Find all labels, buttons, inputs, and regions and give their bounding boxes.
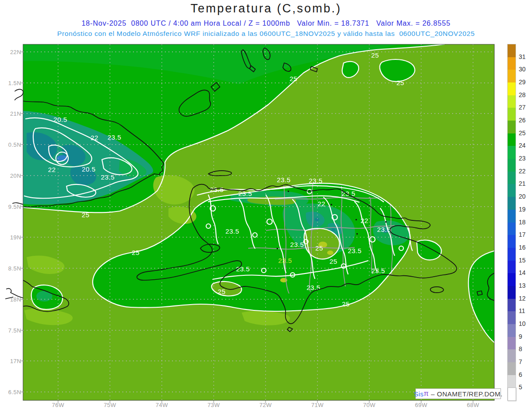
colorbar-swatch	[508, 235, 516, 248]
colorbar-label-23: 23	[519, 155, 526, 162]
colorbar-swatch	[508, 133, 516, 146]
colorbar-swatch	[508, 159, 516, 172]
colorbar-label-7: 7	[519, 358, 522, 365]
colorbar-label-14: 14	[519, 269, 526, 276]
y-axis-label-8.5N: 8.5N	[1, 265, 21, 272]
contour-label-25: 25	[82, 211, 90, 219]
colorbar-label-30: 30	[519, 66, 526, 73]
contour-label-23_5: 23.5	[309, 177, 322, 184]
x-axis-label-74W: 74W	[149, 402, 175, 408]
colorbar-swatch	[508, 146, 516, 159]
colorbar-label-17: 17	[519, 231, 526, 238]
colorbar-label-13: 13	[519, 282, 526, 289]
onamet-label: – ONAMET/REP.DOM.	[429, 390, 502, 398]
y-axis-label-1.5N: 1.5N	[1, 80, 21, 86]
contour-label-25: 25	[396, 79, 404, 86]
contour-label-22: 22	[360, 217, 368, 224]
colorbar-swatch	[508, 311, 516, 324]
colorbar-label-25: 25	[519, 129, 526, 137]
contour-label-23_5: 23.5	[348, 247, 361, 254]
colorbar-swatch	[508, 197, 516, 210]
colorbar-swatch	[508, 121, 516, 133]
contour-label-23_5: 23.5	[341, 190, 355, 197]
x-axis-label-75W: 75W	[97, 402, 123, 408]
colorbar-swatch	[508, 324, 516, 337]
sispi-name-blue: Sis	[414, 390, 423, 398]
x-axis-label-68W: 68W	[460, 402, 486, 408]
contour-label-25: 25	[218, 288, 226, 295]
contour-label-23_5: 23.5	[101, 173, 114, 181]
contour-label-23_5: 23.5	[377, 226, 391, 233]
colorbar-swatch	[508, 95, 516, 108]
contour-label-20_5: 20.5	[82, 165, 95, 173]
colorbar-label-19: 19	[519, 206, 526, 213]
colorbar-label-21: 21	[519, 180, 526, 187]
colorbar-swatch	[508, 286, 516, 299]
colorbar-label-27: 27	[519, 104, 526, 111]
x-axis-label-72W: 72W	[252, 402, 279, 408]
subtitle-model-info: Pronóstico con el Modelo Atmósferico WRF…	[0, 30, 532, 38]
colorbar-swatch	[508, 388, 516, 401]
colorbar-swatch	[508, 108, 516, 121]
colorbar-swatch	[508, 375, 516, 388]
colorbar-swatch	[508, 70, 516, 82]
contour-label-23_5: 23.5	[306, 284, 320, 291]
colorbar-swatch	[508, 362, 516, 375]
subtitle-valid-time: 18-Nov-2025 0800 UTC / 4:00 am Hora Loca…	[0, 20, 532, 27]
contour-label-23_5: 23.5	[371, 267, 385, 274]
colorbar-swatch	[508, 82, 516, 95]
contour-label-23_5: 23.5	[225, 227, 239, 235]
x-axis-label-69W: 69W	[408, 402, 434, 408]
y-axis-label-0.5N: 0.5N	[1, 141, 21, 148]
colorbar-label-24: 24	[519, 142, 526, 149]
colorbar-swatch	[508, 248, 516, 261]
contour-label-23_5: 23.5	[236, 265, 250, 273]
contour-label-23_5: 23.5	[277, 176, 290, 184]
contour-label-23_5: 23.5	[290, 241, 304, 248]
page-title: Temperatura (C,somb.)	[0, 2, 532, 16]
colorbar-label-8: 8	[519, 345, 522, 352]
colorbar-swatch	[508, 349, 516, 362]
colorbar-swatch	[508, 184, 516, 197]
contour-label-25: 25	[329, 258, 337, 265]
contour-label-25: 25	[315, 244, 323, 252]
y-axis-label-9.5N: 9.5N	[1, 204, 21, 210]
contour-label-25: 25	[371, 51, 379, 59]
y-axis-label-20N: 20N	[1, 172, 21, 179]
contour-label-22: 22	[90, 134, 98, 141]
y-axis-label-17N: 17N	[1, 358, 21, 364]
colorbar-label-26: 26	[519, 117, 526, 124]
colorbar-swatch	[508, 261, 516, 274]
colorbar-label-29: 29	[519, 78, 526, 86]
colorbar-label-15: 15	[519, 257, 526, 264]
map-area: 25252525252525252520.52223.52220.523.523…	[23, 44, 496, 400]
y-axis-label-18N: 18N	[1, 296, 21, 303]
contour-label-25: 25	[289, 75, 297, 82]
colorbar-label-16: 16	[519, 244, 526, 251]
colorbar-swatch	[508, 210, 516, 223]
y-axis-label-19N: 19N	[1, 234, 21, 241]
contour-label-25: 25	[342, 300, 350, 308]
y-axis-label-6.5N: 6.5N	[1, 389, 21, 395]
y-axis-label-7.5N: 7.5N	[1, 327, 21, 334]
colorbar-swatch	[508, 57, 516, 70]
contour-label-23_5: 23.5	[278, 257, 292, 264]
colorbar-swatch	[508, 172, 516, 184]
colorbar-label-10: 10	[519, 320, 526, 327]
colorbar-label-28: 28	[519, 91, 526, 98]
colorbar-swatch	[508, 273, 516, 286]
colorbar-swatch	[508, 299, 516, 312]
colorbar-label-12: 12	[519, 295, 526, 302]
contour-label-22: 22	[317, 200, 325, 207]
sispi-branding-box: Sisπ – ONAMET/REP.DOM.	[415, 388, 501, 399]
contour-label-23_5: 23.5	[107, 133, 121, 141]
x-axis-label-73W: 73W	[200, 402, 227, 408]
colorbar-label-9: 9	[519, 333, 522, 340]
map-svg: 25252525252525252520.52223.52220.523.523…	[0, 0, 532, 411]
contour-label-25: 25	[132, 249, 140, 256]
x-axis-label-71W: 71W	[304, 402, 331, 408]
y-axis-label-21N: 21N	[1, 110, 21, 117]
colorbar-label-31: 31	[519, 53, 526, 60]
y-axis-label-22N: 22N	[1, 49, 21, 55]
colorbar-label-22: 22	[519, 168, 526, 175]
